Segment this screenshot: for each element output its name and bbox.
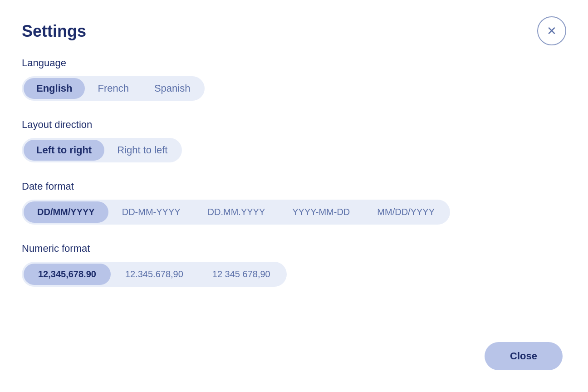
settings-dialog: Settings ✕ Language English French Spani… — [0, 0, 588, 392]
close-button[interactable]: Close — [485, 342, 563, 370]
date-option-dd-mm-yyyy-dot[interactable]: DD.MM.YYYY — [194, 201, 279, 223]
numeric-format-section: Numeric format 12,345,678.90 12.345.678,… — [22, 243, 563, 287]
date-option-yyyy-mm-dd[interactable]: YYYY-MM-DD — [279, 201, 363, 223]
date-option-dd-mm-yyyy-dash[interactable]: DD-MM-YYYY — [108, 201, 194, 223]
numeric-format-label: Numeric format — [22, 243, 563, 255]
language-label: Language — [22, 57, 563, 69]
layout-ltr-option[interactable]: Left to right — [24, 140, 104, 161]
language-option-english[interactable]: English — [24, 78, 85, 99]
language-toggle-group: English French Spanish — [22, 76, 205, 101]
close-x-button[interactable]: ✕ — [537, 16, 566, 45]
page-title: Settings — [22, 22, 563, 41]
footer: Close — [485, 342, 563, 370]
numeric-format-toggle-group: 12,345,678.90 12.345.678,90 12 345 678,9… — [22, 262, 287, 287]
language-section: Language English French Spanish — [22, 57, 563, 101]
numeric-option-comma-dot[interactable]: 12,345,678.90 — [24, 264, 111, 285]
numeric-option-dot-comma[interactable]: 12.345.678,90 — [111, 264, 198, 285]
layout-direction-section: Layout direction Left to right Right to … — [22, 119, 563, 162]
date-option-dd-mm-yyyy-slash[interactable]: DD/MM/YYYY — [24, 201, 108, 223]
layout-direction-label: Layout direction — [22, 119, 563, 131]
layout-rtl-option[interactable]: Right to left — [104, 140, 180, 161]
language-option-french[interactable]: French — [85, 78, 141, 99]
date-option-mm-dd-yyyy[interactable]: MM/DD/YYYY — [363, 201, 448, 223]
date-format-label: Date format — [22, 181, 563, 192]
layout-direction-toggle-group: Left to right Right to left — [22, 138, 182, 162]
date-format-section: Date format DD/MM/YYYY DD-MM-YYYY DD.MM.… — [22, 181, 563, 225]
date-format-toggle-group: DD/MM/YYYY DD-MM-YYYY DD.MM.YYYY YYYY-MM… — [22, 200, 450, 225]
language-option-spanish[interactable]: Spanish — [142, 78, 203, 99]
numeric-option-space-comma[interactable]: 12 345 678,90 — [198, 264, 285, 285]
close-x-icon: ✕ — [547, 24, 557, 38]
